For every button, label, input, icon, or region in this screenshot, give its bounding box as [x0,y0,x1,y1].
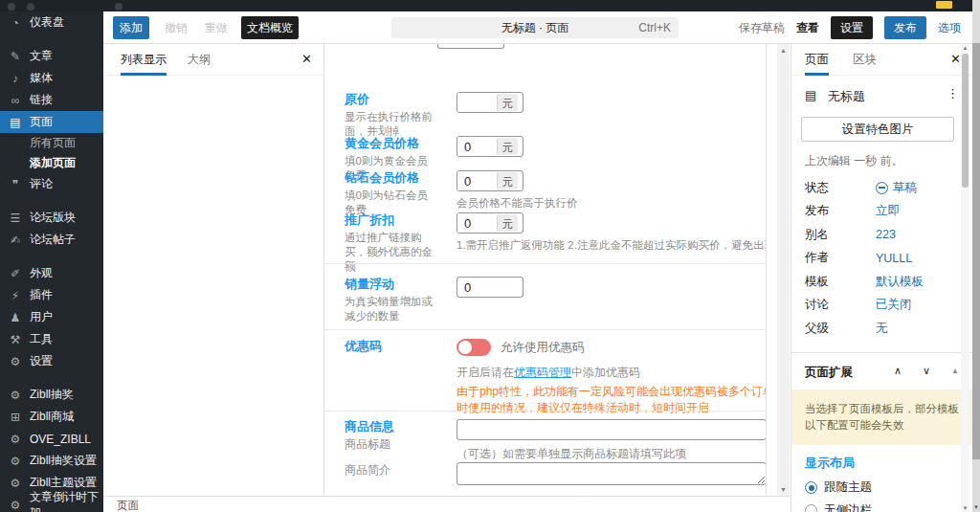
summary-value[interactable]: 223 [876,228,896,241]
links-icon: ∞ [8,94,23,107]
update-badge[interactable] [936,1,952,9]
sidebar-item-文章[interactable]: ✎文章 [0,45,103,67]
product-title-input[interactable] [457,419,767,440]
coupon-toggle[interactable] [457,339,491,356]
scroll-up-icon[interactable]: ▲ [961,45,969,51]
settings-toggle-button[interactable]: 设置 [831,16,873,39]
gold-price-input[interactable] [457,137,496,156]
field-note: （可选）如需要单独显示商品标题请填写此项 [457,446,767,462]
sidebar-item-外观[interactable]: ✐外观 [0,262,103,284]
sidebar-item-label: 论坛版块 [30,210,76,226]
home-icon[interactable] [27,3,34,11]
coupon-manage-link[interactable]: 优惠码管理 [514,366,571,379]
layout-option-follow-theme[interactable]: 跟随主题 [805,479,959,496]
sidebar-item-label: 文章 [30,48,53,64]
diamond-price-input-group: 元 [457,170,523,191]
tab-block[interactable]: 区块 [853,44,877,76]
move-up-icon[interactable]: ∧ [894,365,902,377]
section-divider [324,329,767,330]
sidebar-item-仪表盘[interactable]: ◔仪表盘 [0,11,103,33]
view-button[interactable]: 查看 [796,20,819,36]
sidebar-scrollbar[interactable]: ▲ ▼ [961,44,969,512]
options-button[interactable]: 选项 [938,20,961,36]
list-view-tabs: 列表显示 大纲 ✕ [103,44,323,76]
collapse-panel-icon[interactable]: ▲ [951,367,959,375]
sidebar-scrollbar-thumb[interactable] [962,54,969,188]
sidebar-item-媒体[interactable]: ♪媒体 [0,67,103,89]
summary-value[interactable]: 默认模板 [876,274,924,290]
sidebar-item-评论[interactable]: ❞评论 [0,173,103,195]
sidebar-item-设置[interactable]: ⚙设置 [0,350,103,372]
add-block-button[interactable]: 添加 [113,16,149,39]
page-scrollbar-thumb[interactable] [972,43,980,459]
save-draft-button[interactable]: 保存草稿 [739,20,785,36]
close-icon[interactable]: ✕ [950,52,961,66]
currency-suffix: 元 [497,138,518,155]
form-row-promo-discount: 推广折扣 通过推广链接购买，额外优惠的金额 元 1.需开启推广返佣功能 2.注意… [345,212,767,274]
sidebar-item-用户[interactable]: ♟用户 [0,306,103,328]
promo-discount-input[interactable] [457,213,496,233]
layout-option-no-sidebar[interactable]: 无侧边栏 [805,502,959,512]
summary-value[interactable]: 立即 [876,203,900,219]
gear-icon: ⚙ [8,477,23,490]
scroll-down-icon[interactable]: ▼ [777,486,790,493]
editor-toolbar: 添加 撤销 重做 文档概览 无标题 · 页面 Ctrl+K 保存草稿 查看 设置… [103,11,972,44]
document-title: 无标题 · 页面 [391,17,679,38]
summary-label: 别名 [805,227,876,243]
shortcut-hint: Ctrl+K [638,17,671,38]
sidebar-item-文章倒计时下架[interactable]: ⚙文章倒计时下架 [0,494,103,512]
document-overview-button[interactable]: 文档概览 [241,16,299,39]
sidebar-item-OVE_ZIBLL[interactable]: ⚙OVE_ZIBLL [0,428,103,450]
editor-content: 原价 显示在执行价格前面，并划掉 元 黄金会员价格 填0则为黄金会员免费 元 [324,44,767,496]
comments-bubble-icon[interactable] [115,3,122,11]
scroll-down-icon[interactable]: ▼ [961,505,969,511]
sidebar-item-Zibll商城[interactable]: ⊞Zibll商城 [0,406,103,428]
gear-icon: ⚙ [8,455,23,468]
content-scrollbar-track[interactable] [777,44,790,496]
submenu-item-添加页面[interactable]: 添加页面 [0,153,103,173]
sidebar-item-插件[interactable]: ⚡插件 [0,284,103,306]
close-icon[interactable]: ✕ [301,52,312,66]
summary-label: 发布 [805,203,876,219]
submenu-item-所有页面[interactable]: 所有页面 [0,133,103,153]
publish-button[interactable]: 发布 [884,16,926,39]
command-palette-bar[interactable]: 无标题 · 页面 Ctrl+K [391,17,679,38]
sales-float-input[interactable] [457,277,523,298]
settings-tabs: 页面 区块 ✕ [791,44,972,76]
summary-value[interactable]: 无 [876,321,888,337]
tab-page[interactable]: 页面 [805,44,829,76]
sidebar-item-Zibll抽奖[interactable]: ⚙Zibll抽奖 [0,384,103,406]
plugins-icon: ⚡ [8,289,23,302]
product-intro-textarea[interactable] [457,462,767,485]
original-price-input[interactable] [457,93,496,112]
undo-button[interactable]: 撤销 [159,16,193,39]
summary-value[interactable]: 已关闭 [876,297,912,313]
move-down-icon[interactable]: ∨ [923,365,930,377]
sidebar-item-Zibll抽奖设置[interactable]: ⚙Zibll抽奖设置 [0,450,103,472]
field-label: 商品信息 [345,419,437,434]
more-options-icon[interactable]: ⋮ [947,86,959,100]
diamond-price-input[interactable] [457,171,496,190]
appearance-icon: ✐ [8,267,23,280]
tab-list-view[interactable]: 列表显示 [121,44,167,76]
sidebar-item-论坛版块[interactable]: ☰论坛版块 [0,207,103,229]
sidebar-item-页面[interactable]: ▤页面 [0,111,103,133]
summary-value[interactable]: YULLL [876,252,912,265]
page-scrollbar[interactable]: ▼ [972,0,980,512]
panel-header[interactable]: 页面扩展 ∧ ∨ ▲ [791,353,972,390]
header-actions: 保存草稿 查看 设置 发布 选项 [739,16,961,39]
content-scrollbar[interactable]: ▲ ▼ [767,44,791,496]
toggle-knob [458,341,472,354]
set-featured-image-button[interactable]: 设置特色图片 [801,117,954,142]
wordpress-logo-icon[interactable] [8,3,15,11]
scroll-down-icon[interactable]: ▼ [972,504,980,510]
sidebar-item-工具[interactable]: ⚒工具 [0,328,103,350]
sidebar-item-论坛帖子[interactable]: ✍论坛帖子 [0,229,103,251]
price-input-partial[interactable] [437,44,504,49]
sidebar-item-链接[interactable]: ∞链接 [0,89,103,111]
summary-value[interactable]: 草稿 [876,180,917,196]
breadcrumb[interactable]: 页面 [117,499,139,512]
scroll-up-icon[interactable]: ▲ [777,47,790,54]
tab-outline[interactable]: 大纲 [188,44,211,76]
redo-button[interactable]: 重做 [199,16,234,39]
